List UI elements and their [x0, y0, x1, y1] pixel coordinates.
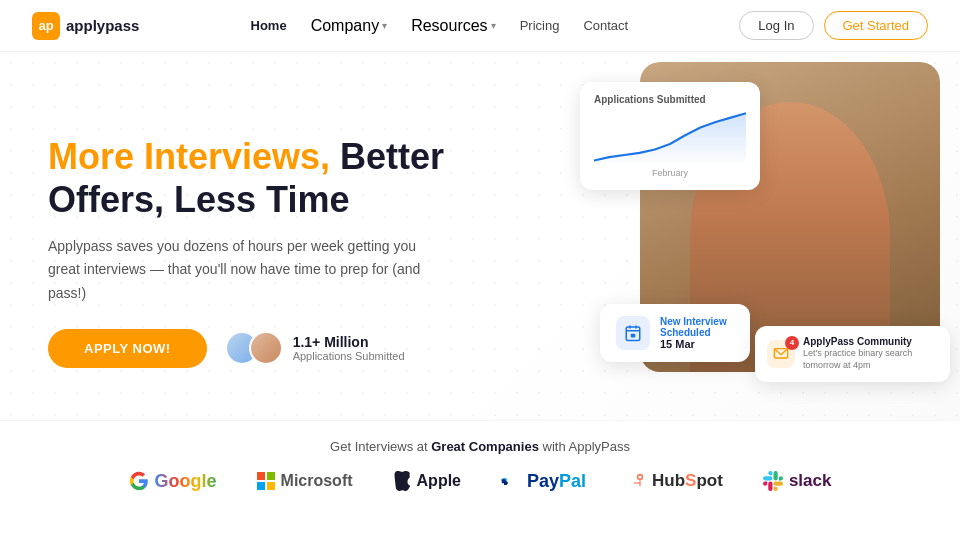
- hero-content: More Interviews, Better Offers, Less Tim…: [48, 136, 508, 367]
- google-logo: Google: [129, 471, 217, 492]
- hero-visual: Applications Submitted February: [580, 62, 940, 402]
- microsoft-logo: Microsoft: [257, 472, 353, 490]
- hubspot-logo: HubSpot: [626, 470, 723, 492]
- chart-card: Applications Submitted February: [580, 82, 760, 190]
- interview-date: 15 Mar: [660, 338, 734, 350]
- svg-point-7: [638, 475, 641, 478]
- slack-text: slack: [789, 471, 832, 491]
- companies-section: Get Interviews at Great Companies with A…: [0, 420, 960, 506]
- avatar-2: [249, 331, 283, 365]
- nav-buttons: Log In Get Started: [739, 11, 928, 40]
- hero-subtitle: Applypass saves you dozens of hours per …: [48, 235, 448, 304]
- community-title: ApplyPass Community: [803, 336, 938, 347]
- stat-label: Applications Submitted: [293, 350, 405, 362]
- google-text: Google: [155, 471, 217, 492]
- paypal-text: PayPal: [527, 471, 586, 492]
- nav-contact[interactable]: Contact: [583, 18, 628, 33]
- interview-title: New Interview Scheduled: [660, 316, 734, 338]
- community-card: 4 ApplyPass Community Let's practice bin…: [755, 326, 950, 382]
- nav-company[interactable]: Company: [311, 17, 387, 35]
- get-started-button[interactable]: Get Started: [824, 11, 928, 40]
- paypal-logo: PayPal: [501, 470, 586, 492]
- hero-social-proof: 1.1+ Million Applications Submitted: [225, 331, 405, 365]
- community-icon: 4: [767, 340, 795, 368]
- apply-now-button[interactable]: APPLY NOW!: [48, 329, 207, 368]
- logo-text: applypass: [66, 17, 139, 34]
- login-button[interactable]: Log In: [739, 11, 813, 40]
- hero-stat: 1.1+ Million Applications Submitted: [293, 334, 405, 362]
- microsoft-text: Microsoft: [281, 472, 353, 490]
- community-desc: Let's practice binary search tomorrow at…: [803, 347, 938, 372]
- svg-rect-4: [631, 334, 636, 338]
- slack-logo: slack: [763, 471, 832, 491]
- tagline-prefix: Get Interviews at: [330, 439, 431, 454]
- apple-logo: Apple: [393, 471, 461, 491]
- tagline-suffix: with ApplyPass: [539, 439, 630, 454]
- community-text: ApplyPass Community Let's practice binar…: [803, 336, 938, 372]
- nav-resources[interactable]: Resources: [411, 17, 495, 35]
- hero-section: More Interviews, Better Offers, Less Tim…: [0, 52, 960, 420]
- hero-title-orange: More Interviews,: [48, 136, 330, 177]
- hubspot-text: HubSpot: [652, 471, 723, 491]
- nav-links: Home Company Resources Pricing Contact: [251, 17, 629, 35]
- hero-avatars: [225, 331, 283, 365]
- nav-home[interactable]: Home: [251, 18, 287, 33]
- chart-x-label: February: [594, 168, 746, 178]
- chart-title: Applications Submitted: [594, 94, 746, 105]
- companies-logos: Google Microsoft Apple: [0, 470, 960, 492]
- apple-text: Apple: [417, 472, 461, 490]
- notif-badge: 4: [785, 336, 799, 350]
- interview-card: New Interview Scheduled 15 Mar: [600, 304, 750, 362]
- nav-pricing[interactable]: Pricing: [520, 18, 560, 33]
- logo-icon: ap: [32, 12, 60, 40]
- calendar-icon: [616, 316, 650, 350]
- tagline-bold: Great Companies: [431, 439, 539, 454]
- hero-title: More Interviews, Better Offers, Less Tim…: [48, 136, 508, 221]
- navbar: ap applypass Home Company Resources Pric…: [0, 0, 960, 52]
- companies-tagline: Get Interviews at Great Companies with A…: [0, 439, 960, 454]
- interview-text: New Interview Scheduled 15 Mar: [660, 316, 734, 350]
- hero-cta: APPLY NOW! 1.1+ Million Applications Sub…: [48, 329, 508, 368]
- stat-count: 1.1+ Million: [293, 334, 405, 350]
- chart-area: [594, 111, 746, 166]
- microsoft-grid-icon: [257, 472, 275, 490]
- logo[interactable]: ap applypass: [32, 12, 139, 40]
